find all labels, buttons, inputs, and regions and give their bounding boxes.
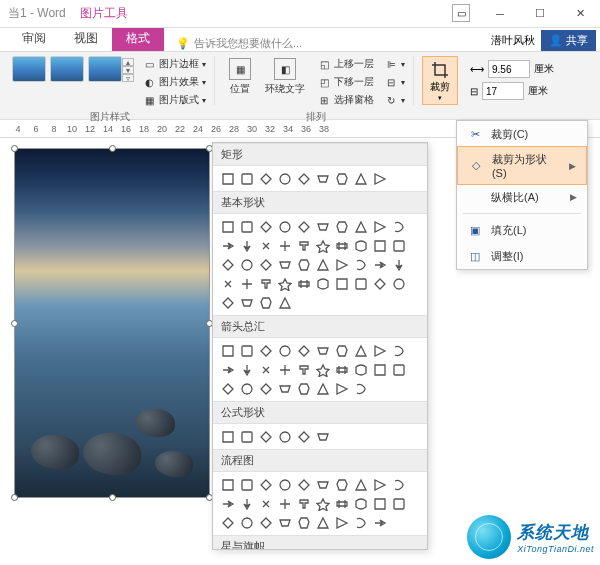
shape-option[interactable] xyxy=(352,495,369,512)
shape-option[interactable] xyxy=(219,361,236,378)
maximize-button[interactable]: ☐ xyxy=(520,0,560,28)
picture-effects-button[interactable]: ◐图片效果▾ xyxy=(140,74,208,90)
shape-option[interactable] xyxy=(257,237,274,254)
shape-option[interactable] xyxy=(219,294,236,311)
shape-option[interactable] xyxy=(238,275,255,292)
resize-handle[interactable] xyxy=(11,145,18,152)
shape-option[interactable] xyxy=(390,495,407,512)
shape-option[interactable] xyxy=(238,514,255,531)
shape-option[interactable] xyxy=(333,361,350,378)
gallery-more-button[interactable]: ▴▾▿ xyxy=(122,56,134,84)
resize-handle[interactable] xyxy=(11,320,18,327)
shape-option[interactable] xyxy=(333,514,350,531)
shape-option[interactable] xyxy=(276,514,293,531)
shape-option[interactable] xyxy=(276,275,293,292)
shape-option[interactable] xyxy=(219,342,236,359)
shape-option[interactable] xyxy=(276,294,293,311)
shape-option[interactable] xyxy=(371,476,388,493)
shape-option[interactable] xyxy=(276,237,293,254)
shape-option[interactable] xyxy=(390,237,407,254)
shape-option[interactable] xyxy=(257,361,274,378)
shape-option[interactable] xyxy=(352,380,369,397)
crop-menu-fill[interactable]: ▣ 填充(L) xyxy=(457,217,587,243)
rotate-button[interactable]: ↻▾ xyxy=(382,92,407,108)
shape-option[interactable] xyxy=(238,361,255,378)
shape-option[interactable] xyxy=(314,342,331,359)
shape-option[interactable] xyxy=(238,428,255,445)
shape-option[interactable] xyxy=(257,514,274,531)
shape-option[interactable] xyxy=(238,495,255,512)
shape-option[interactable] xyxy=(295,361,312,378)
shape-option[interactable] xyxy=(333,476,350,493)
shape-option[interactable] xyxy=(352,361,369,378)
crop-menu-aspect-ratio[interactable]: 纵横比(A) ▶ xyxy=(457,184,587,210)
shape-option[interactable] xyxy=(371,170,388,187)
shape-option[interactable] xyxy=(295,342,312,359)
shape-option[interactable] xyxy=(333,170,350,187)
shape-option[interactable] xyxy=(371,495,388,512)
shape-option[interactable] xyxy=(257,170,274,187)
shape-option[interactable] xyxy=(352,237,369,254)
shape-option[interactable] xyxy=(295,495,312,512)
shape-option[interactable] xyxy=(276,170,293,187)
tell-me-search[interactable]: 💡 告诉我您想要做什么... xyxy=(176,36,302,51)
minimize-button[interactable]: ─ xyxy=(480,0,520,28)
shape-option[interactable] xyxy=(352,256,369,273)
shape-option[interactable] xyxy=(371,256,388,273)
shape-option[interactable] xyxy=(295,218,312,235)
selected-picture[interactable] xyxy=(14,148,210,498)
shape-option[interactable] xyxy=(314,428,331,445)
shape-option[interactable] xyxy=(295,380,312,397)
shape-option[interactable] xyxy=(219,237,236,254)
shape-option[interactable] xyxy=(314,256,331,273)
shape-option[interactable] xyxy=(333,237,350,254)
shape-option[interactable] xyxy=(295,428,312,445)
shape-option[interactable] xyxy=(352,170,369,187)
resize-handle[interactable] xyxy=(109,145,116,152)
resize-handle[interactable] xyxy=(109,494,116,501)
shape-option[interactable] xyxy=(371,275,388,292)
picture-styles-gallery[interactable] xyxy=(12,56,122,82)
shape-option[interactable] xyxy=(371,514,388,531)
shape-option[interactable] xyxy=(238,256,255,273)
resize-handle[interactable] xyxy=(11,494,18,501)
shape-option[interactable] xyxy=(352,275,369,292)
shape-option[interactable] xyxy=(276,380,293,397)
picture-layout-button[interactable]: ▦图片版式▾ xyxy=(140,92,208,108)
crop-button[interactable]: 裁剪 ▾ xyxy=(422,56,458,105)
shape-option[interactable] xyxy=(352,476,369,493)
shape-option[interactable] xyxy=(257,380,274,397)
shape-option[interactable] xyxy=(314,476,331,493)
style-thumb[interactable] xyxy=(12,56,46,82)
shape-option[interactable] xyxy=(314,380,331,397)
shape-option[interactable] xyxy=(257,275,274,292)
shape-option[interactable] xyxy=(276,495,293,512)
shape-option[interactable] xyxy=(219,514,236,531)
ribbon-display-options-icon[interactable]: ▭ xyxy=(452,4,470,22)
shape-option[interactable] xyxy=(314,218,331,235)
style-thumb[interactable] xyxy=(88,56,122,82)
shape-option[interactable] xyxy=(314,361,331,378)
shape-option[interactable] xyxy=(238,476,255,493)
shape-option[interactable] xyxy=(333,380,350,397)
shape-option[interactable] xyxy=(219,428,236,445)
shape-option[interactable] xyxy=(238,218,255,235)
crop-menu-crop[interactable]: ✂ 裁剪(C) xyxy=(457,121,587,147)
width-input[interactable]: ⊟ 17 厘米 xyxy=(470,82,554,100)
crop-menu-fit[interactable]: ◫ 调整(I) xyxy=(457,243,587,269)
shape-option[interactable] xyxy=(390,275,407,292)
shape-option[interactable] xyxy=(295,256,312,273)
shape-option[interactable] xyxy=(276,428,293,445)
send-backward-button[interactable]: ◰下移一层 xyxy=(315,74,376,90)
shape-option[interactable] xyxy=(219,495,236,512)
user-name[interactable]: 潜叶风秋 xyxy=(491,33,535,48)
position-button[interactable]: ▦ 位置 xyxy=(225,56,255,108)
shape-option[interactable] xyxy=(238,170,255,187)
shape-option[interactable] xyxy=(257,342,274,359)
bring-forward-button[interactable]: ◱上移一层 xyxy=(315,56,376,72)
shape-option[interactable] xyxy=(371,361,388,378)
shape-option[interactable] xyxy=(390,361,407,378)
picture-border-button[interactable]: ▭图片边框▾ xyxy=(140,56,208,72)
shape-option[interactable] xyxy=(371,342,388,359)
shape-option[interactable] xyxy=(219,275,236,292)
